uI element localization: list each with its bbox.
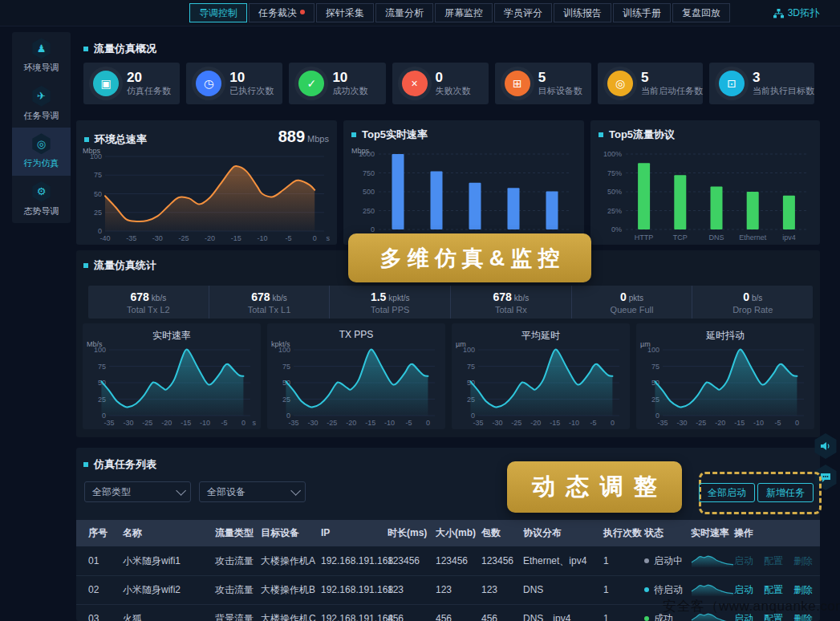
col-header-包数: 包数 — [481, 520, 501, 546]
svg-text:25%: 25% — [607, 207, 622, 215]
overview-section-title: 流量仿真概况 — [83, 42, 156, 56]
sidebar-item-态势导调[interactable]: ⚙态势导调 — [12, 176, 71, 224]
sidebar-item-label: 任务导调 — [24, 110, 59, 122]
svg-text:50: 50 — [94, 190, 102, 198]
svg-text:0: 0 — [611, 419, 615, 427]
stat-label: Total Tx L1 — [248, 305, 291, 315]
cell-name: 小米随身wifi1 — [123, 546, 181, 575]
avg-delay-chart: 0255075100-35-30-25-20-15-10-50µm — [454, 339, 627, 428]
stat-card-value: 20 — [127, 71, 171, 85]
sidebar-item-行为仿真[interactable]: ◎行为仿真 — [12, 128, 71, 176]
start-all-button[interactable]: 全部启动 — [699, 483, 755, 502]
stat-Drop Rate: 0b/sDrop Rate — [692, 286, 813, 319]
svg-text:-15: -15 — [181, 419, 191, 427]
tab-学员评分[interactable]: 学员评分 — [494, 3, 552, 22]
table-row: 01小米随身wifi1攻击流量大楼操作机A192.168.191.1681234… — [76, 546, 820, 576]
svg-text:-30: -30 — [123, 419, 133, 427]
tx-pps-panel: TX PPS 0255075100-35-30-25-20-15-10-50kp… — [267, 323, 445, 429]
tab-label: 任务裁决 — [258, 7, 297, 18]
tab-label: 训练报告 — [563, 7, 602, 18]
svg-text:0: 0 — [371, 225, 375, 233]
tab-导调控制[interactable]: 导调控制 — [189, 3, 247, 22]
tab-label: 复盘回放 — [682, 7, 720, 18]
action-启动[interactable]: 启动 — [734, 584, 753, 595]
stat-card-label: 已执行次数 — [229, 85, 274, 96]
action-配置[interactable]: 配置 — [764, 555, 783, 566]
col-header-时长(ms): 时长(ms) — [388, 520, 427, 546]
top5-realtime-rate-panel: Top5实时速率 02505007501000Mbps操作机A操作机B操作机C操… — [343, 120, 584, 245]
tab-探针采集[interactable]: 探针采集 — [316, 3, 374, 22]
top5-protocol-panel: Top5流量协议 0%25%50%75%100%HTTPTCPDNSEthern… — [590, 120, 820, 245]
stat-card-成功次数: ✓10成功次数 — [289, 63, 385, 104]
device-filter-select[interactable]: 全部设备 — [199, 481, 306, 502]
cell-device: 大楼操作机C — [261, 604, 316, 621]
stat-card-text: 10成功次数 — [332, 71, 367, 96]
sidebar-item-环境导调[interactable]: ♟环境导调 — [12, 32, 71, 80]
cell-status: 启动中 — [644, 546, 683, 575]
sidebar-item-任务导调[interactable]: ✈任务导调 — [12, 80, 71, 128]
tab-训练手册[interactable]: 训练手册 — [613, 3, 671, 22]
cell-ip: 192.168.191.168 — [321, 575, 393, 604]
action-删除[interactable]: 删除 — [793, 555, 813, 566]
cell-no: 02 — [88, 575, 99, 604]
action-删除[interactable]: 删除 — [793, 584, 813, 595]
svg-text:-25: -25 — [511, 419, 521, 427]
cell-count: 1 — [603, 575, 609, 604]
target-device-icon: ⊞ — [505, 71, 530, 96]
tab-训练报告[interactable]: 训练报告 — [554, 3, 611, 22]
svg-text:-25: -25 — [696, 419, 706, 427]
stat-Total PPS: 1.5kpkt/sTotal PPS — [329, 286, 450, 319]
svg-text:75: 75 — [651, 363, 659, 371]
stat-card-value: 0 — [436, 71, 471, 85]
overview-cards: ▣20仿真任务数◷10已执行次数✓10成功次数×0失败次数⊞5目标设备数◎5当前… — [83, 63, 814, 104]
cell-packets: 456 — [481, 604, 497, 621]
stat-card-value: 3 — [753, 71, 814, 85]
top-header: 导调控制任务裁决探针采集流量分析屏幕监控学员评分训练报告训练手册复盘回放 3D拓… — [0, 0, 840, 26]
topology-button[interactable]: 3D拓扑 — [773, 6, 819, 20]
svg-text:-30: -30 — [676, 419, 687, 427]
svg-text:TCP: TCP — [673, 233, 688, 242]
type-filter-select[interactable]: 全部类型 — [84, 481, 191, 502]
svg-text:-25: -25 — [142, 419, 152, 427]
svg-text:-10: -10 — [384, 419, 395, 427]
cell-ip: 192.168.191.168 — [321, 546, 393, 575]
col-header-大小(mb): 大小(mb) — [436, 520, 476, 546]
annotation-badge-adjust: 动态调整 — [507, 461, 682, 513]
sidebar-item-label: 行为仿真 — [24, 157, 59, 169]
cell-type: 背景流量 — [215, 604, 254, 621]
stat-label: Total PPS — [371, 305, 409, 315]
cell-type: 攻击流量 — [215, 546, 254, 575]
chevron-down-icon — [290, 485, 301, 496]
task-icon: ✈ — [31, 86, 52, 107]
svg-text:25: 25 — [94, 209, 102, 217]
action-配置[interactable]: 配置 — [764, 584, 783, 595]
svg-text:-35: -35 — [473, 419, 483, 427]
stat-card-value: 5 — [641, 71, 703, 85]
cell-protocol: DNS、ipv4 — [523, 604, 570, 621]
tab-流量分析[interactable]: 流量分析 — [375, 3, 433, 22]
tab-复盘回放[interactable]: 复盘回放 — [672, 3, 730, 22]
svg-text:-20: -20 — [530, 419, 541, 427]
tab-屏幕监控[interactable]: 屏幕监控 — [435, 3, 493, 22]
cell-actions: 启动配置删除 — [734, 546, 823, 575]
tab-label: 学员评分 — [504, 7, 542, 18]
stat-card-label: 当前执行目标数 — [753, 85, 814, 96]
status-dot — [644, 616, 649, 621]
svg-text:0: 0 — [241, 419, 246, 427]
svg-text:ipv4: ipv4 — [782, 233, 796, 242]
stat-card-目标设备数: ⊞5目标设备数 — [495, 63, 591, 104]
tab-label: 导调控制 — [199, 7, 237, 18]
stat-card-text: 20仿真任务数 — [127, 71, 171, 96]
sidebar-item-label: 态势导调 — [24, 205, 59, 217]
tab-任务裁决[interactable]: 任务裁决 — [249, 3, 314, 22]
new-task-button[interactable]: 新增任务 — [757, 483, 814, 502]
svg-text:-30: -30 — [152, 234, 163, 242]
svg-text:250: 250 — [363, 207, 375, 215]
stat-card-仿真任务数: ▣20仿真任务数 — [83, 63, 180, 104]
realtime-rate-sparkline — [691, 582, 734, 597]
svg-text:-35: -35 — [288, 419, 298, 427]
action-启动[interactable]: 启动 — [734, 555, 753, 566]
type-filter-value: 全部类型 — [92, 485, 131, 499]
chat-bubble-icon — [820, 473, 831, 483]
stat-Queue Full: 0pktsQueue Full — [571, 286, 692, 319]
